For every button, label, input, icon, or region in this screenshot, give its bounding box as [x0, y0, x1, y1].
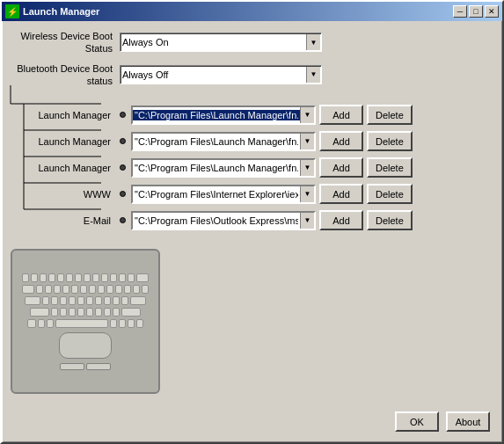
kb-key [71, 285, 78, 294]
kb-key [136, 319, 143, 328]
kb-key [77, 308, 84, 317]
wireless-label: Wireless Device Boot Status [14, 30, 120, 55]
title-buttons: ─ □ ✕ [453, 5, 499, 18]
path-arrow-btn-1[interactable]: ▼ [300, 134, 314, 149]
entry-controls-1: ▼AddDelete [131, 131, 490, 151]
entry-row-3: WWW▼AddDelete [14, 184, 490, 204]
kb-key [30, 308, 49, 317]
title-bar-left: ⚡ Launch Manager [5, 4, 99, 18]
kb-key-space [55, 319, 108, 328]
delete-button-1[interactable]: Delete [367, 131, 413, 151]
keyboard-visual [11, 249, 160, 394]
kb-row-2 [22, 285, 149, 294]
path-input-2[interactable] [133, 163, 300, 173]
delete-button-2[interactable]: Delete [367, 157, 413, 178]
kb-key [60, 296, 67, 305]
entry-label-text-2: Launch Manager [38, 162, 111, 174]
path-combo-3: ▼ [131, 185, 316, 204]
kb-key [42, 296, 49, 305]
add-button-0[interactable]: Add [319, 105, 363, 125]
kb-key [98, 285, 105, 294]
delete-button-4[interactable]: Delete [367, 210, 413, 230]
entry-label-area-4: E-Mail [14, 215, 120, 227]
path-arrow-btn-0[interactable]: ▼ [300, 107, 314, 123]
add-button-3[interactable]: Add [319, 184, 363, 204]
restore-button[interactable]: □ [469, 5, 483, 18]
minimize-button[interactable]: ─ [453, 5, 467, 18]
kb-key [95, 296, 102, 305]
window-title: Launch Manager [23, 6, 99, 17]
kb-row-space [27, 319, 143, 328]
wireless-select[interactable]: Always On Always Off Last Status [120, 33, 322, 52]
delete-button-0[interactable]: Delete [367, 105, 413, 125]
bluetooth-dropdown-wrapper: Always On Always Off Last Status ▼ [120, 65, 322, 84]
kb-key [40, 273, 47, 282]
kb-key [110, 273, 117, 282]
node-dot-1 [120, 138, 126, 144]
bluetooth-row: Bluetooth Device Boot status Always On A… [14, 62, 490, 88]
kb-key [86, 308, 93, 317]
kb-key [119, 273, 126, 282]
kb-key [54, 285, 61, 294]
entry-label-text-0: Launch Manager [38, 109, 111, 121]
path-combo-0: ▼ [131, 106, 316, 125]
kb-key [136, 273, 149, 282]
add-button-2[interactable]: Add [319, 157, 363, 178]
laptop-image-area [11, 249, 164, 398]
kb-key [106, 285, 113, 294]
ok-button[interactable]: OK [395, 411, 439, 432]
path-combo-1: ▼ [131, 132, 316, 151]
path-combo-2: ▼ [131, 158, 316, 178]
wireless-dropdown-wrapper: Always On Always Off Last Status ▼ [120, 33, 322, 52]
kb-key [104, 308, 111, 317]
path-input-1[interactable] [133, 136, 300, 147]
about-button[interactable]: About [446, 411, 490, 432]
kb-key [84, 273, 91, 282]
kb-key [113, 296, 120, 305]
kb-key [142, 285, 149, 294]
kb-key [22, 273, 29, 282]
kb-key [133, 285, 140, 294]
kb-key [89, 285, 96, 294]
node-dot-0 [120, 112, 126, 118]
kb-key [124, 285, 131, 294]
entry-label-area-2: Launch Manager [14, 162, 120, 174]
close-button[interactable]: ✕ [485, 5, 499, 18]
kb-key [57, 273, 64, 282]
kb-row-4 [30, 308, 141, 317]
kb-key [66, 273, 73, 282]
bluetooth-select[interactable]: Always On Always Off Last Status [120, 65, 322, 84]
kb-key [80, 285, 87, 294]
launch-manager-window: ⚡ Launch Manager ─ □ ✕ Wireless Device B… [0, 0, 504, 444]
add-button-1[interactable]: Add [319, 131, 363, 151]
kb-key [69, 308, 76, 317]
kb-key [128, 273, 135, 282]
kb-key [130, 296, 146, 305]
kb-key [51, 308, 58, 317]
kb-key [51, 296, 58, 305]
kb-key [69, 296, 76, 305]
path-input-0[interactable] [133, 110, 300, 120]
bluetooth-label: Bluetooth Device Boot status [14, 62, 120, 88]
path-input-4[interactable] [133, 215, 300, 226]
entry-row-4: E-Mail▼AddDelete [14, 210, 490, 230]
kb-key [22, 285, 34, 294]
path-combo-4: ▼ [131, 211, 316, 230]
entry-row-0: Launch Manager▼AddDelete [14, 105, 490, 125]
path-input-3[interactable] [133, 189, 300, 200]
kb-key [95, 308, 102, 317]
path-arrow-btn-4[interactable]: ▼ [300, 213, 314, 229]
entry-controls-0: ▼AddDelete [131, 105, 490, 125]
kb-key [121, 296, 128, 305]
trackpad-buttons [60, 363, 111, 370]
node-dot-2 [120, 164, 126, 171]
entry-label-area-1: Launch Manager [14, 135, 120, 148]
trackpad [59, 332, 112, 359]
wireless-controls: Always On Always Off Last Status ▼ [120, 33, 490, 52]
add-button-4[interactable]: Add [319, 210, 363, 230]
path-arrow-btn-2[interactable]: ▼ [300, 160, 314, 176]
main-content: Wireless Device Boot Status Always On Al… [2, 21, 502, 245]
delete-button-3[interactable]: Delete [367, 184, 413, 204]
path-arrow-btn-3[interactable]: ▼ [300, 186, 314, 202]
kb-key [75, 273, 82, 282]
